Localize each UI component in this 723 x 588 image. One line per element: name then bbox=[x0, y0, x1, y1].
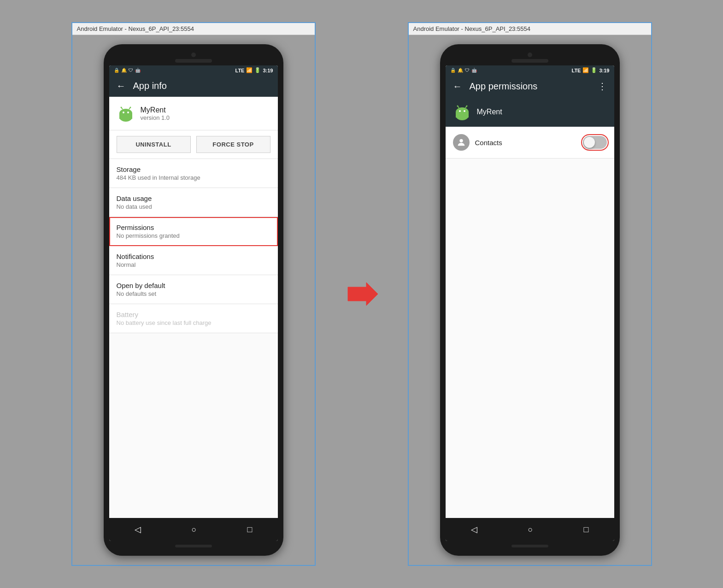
status-icons-right: LTE 📶 🔋 3:19 bbox=[235, 67, 273, 73]
battery-icon-right: 🔋 bbox=[591, 67, 597, 73]
left-window: Android Emulator - Nexus_6P_API_23:5554 … bbox=[71, 22, 316, 566]
svg-point-14 bbox=[464, 110, 465, 112]
notifications-subtitle: Normal bbox=[117, 261, 270, 268]
right-phone-top bbox=[446, 53, 614, 63]
permissions-title: Permissions bbox=[117, 223, 270, 231]
right-window-title: Android Emulator - Nexus_6P_API_23:5554 bbox=[409, 23, 651, 35]
contacts-toggle[interactable] bbox=[583, 136, 607, 149]
status-icons-left: 🔒 🔔 🛡 🤖 bbox=[114, 68, 141, 73]
android-icon-status-right: 🤖 bbox=[471, 68, 477, 73]
back-nav-right[interactable]: ◁ bbox=[471, 524, 477, 535]
force-stop-button[interactable]: FORCE STOP bbox=[196, 136, 270, 153]
data-usage-row[interactable]: Data usage No data used bbox=[109, 188, 278, 217]
toggle-knob bbox=[584, 137, 595, 148]
app-name-left: MyRent bbox=[141, 106, 170, 114]
app-bar-right: ← App permissions ⋮ bbox=[446, 75, 614, 97]
open-by-default-title: Open by default bbox=[117, 282, 270, 289]
lte-label-right: LTE bbox=[572, 68, 581, 73]
time-display-right: 3:19 bbox=[599, 68, 609, 73]
screen-content-left: MyRent version 1.0 UNINSTALL FORCE STOP … bbox=[109, 97, 278, 518]
open-by-default-row[interactable]: Open by default No defaults set bbox=[109, 275, 278, 304]
permission-app-header: MyRent bbox=[446, 97, 614, 127]
time-display: 3:19 bbox=[263, 68, 273, 73]
person-icon bbox=[456, 137, 466, 147]
bottom-bar-right bbox=[511, 545, 548, 547]
front-camera-right bbox=[528, 53, 532, 57]
app-info-text: MyRent version 1.0 bbox=[141, 106, 170, 121]
svg-point-7 bbox=[120, 107, 122, 108]
left-phone-screen: 🔒 🔔 🛡 🤖 LTE 📶 🔋 3:19 ← App inf bbox=[109, 65, 278, 541]
left-window-title: Android Emulator - Nexus_6P_API_23:5554 bbox=[72, 23, 315, 35]
left-phone-wrapper: 🔒 🔔 🛡 🤖 LTE 📶 🔋 3:19 ← App inf bbox=[72, 35, 315, 565]
status-bar-right: 🔒 🔔 🛡 🤖 LTE 📶 🔋 3:19 bbox=[446, 65, 614, 75]
battery-icon: 🔋 bbox=[254, 67, 261, 73]
battery-subtitle: No battery use since last full charge bbox=[117, 319, 270, 326]
data-usage-subtitle: No data used bbox=[117, 203, 270, 210]
back-button-right[interactable]: ← bbox=[453, 81, 462, 92]
home-nav-right[interactable]: ○ bbox=[528, 525, 533, 535]
app-bar-title-left: App info bbox=[133, 81, 270, 91]
svg-point-3 bbox=[123, 112, 124, 113]
arrow-container bbox=[343, 280, 380, 308]
app-icon-right bbox=[453, 103, 471, 121]
status-icons-right-right: LTE 📶 🔋 3:19 bbox=[572, 67, 610, 73]
earpiece-speaker-right bbox=[511, 59, 548, 63]
storage-title: Storage bbox=[117, 165, 270, 173]
app-bar-title-right: App permissions bbox=[470, 81, 590, 92]
vpn-icon-right: 🛡 bbox=[465, 68, 470, 73]
svg-point-8 bbox=[129, 107, 131, 108]
left-phone: 🔒 🔔 🛡 🤖 LTE 📶 🔋 3:19 ← App inf bbox=[104, 44, 283, 556]
action-buttons: UNINSTALL FORCE STOP bbox=[109, 130, 278, 159]
right-arrow bbox=[343, 280, 380, 308]
right-phone-wrapper: 🔒 🔔 🛡 🤖 LTE 📶 🔋 3:19 ← App per bbox=[409, 35, 651, 565]
notifications-title: Notifications bbox=[117, 253, 270, 260]
back-button-left[interactable]: ← bbox=[117, 81, 126, 91]
nav-bar-right: ◁ ○ □ bbox=[446, 518, 614, 541]
svg-point-18 bbox=[466, 106, 467, 107]
svg-point-12 bbox=[456, 107, 469, 117]
uninstall-button[interactable]: UNINSTALL bbox=[117, 136, 191, 153]
svg-marker-9 bbox=[348, 282, 378, 306]
contacts-label: Contacts bbox=[475, 139, 577, 147]
storage-row[interactable]: Storage 484 KB used in Internal storage bbox=[109, 159, 278, 188]
screen-content-right: MyRent Contacts bbox=[446, 97, 614, 518]
right-phone-screen: 🔒 🔔 🛡 🤖 LTE 📶 🔋 3:19 ← App per bbox=[446, 65, 614, 541]
nav-bar-left: ◁ ○ □ bbox=[109, 518, 278, 541]
permission-app-name: MyRent bbox=[477, 108, 502, 116]
recent-nav-left[interactable]: □ bbox=[247, 525, 253, 535]
notifications-row[interactable]: Notifications Normal bbox=[109, 246, 278, 275]
contacts-permission-item: Contacts bbox=[446, 127, 614, 159]
right-window: Android Emulator - Nexus_6P_API_23:5554 … bbox=[408, 22, 652, 566]
earpiece-speaker bbox=[175, 59, 212, 63]
left-phone-top bbox=[109, 53, 278, 63]
recent-nav-right[interactable]: □ bbox=[584, 525, 589, 535]
lock-icon: 🔒 bbox=[114, 68, 119, 73]
bottom-bar-left bbox=[175, 545, 212, 547]
back-nav-left[interactable]: ◁ bbox=[135, 524, 141, 535]
signal-icon: 📶 bbox=[246, 67, 253, 73]
status-bar-left: 🔒 🔔 🛡 🤖 LTE 📶 🔋 3:19 bbox=[109, 65, 278, 75]
more-options-button[interactable]: ⋮ bbox=[598, 81, 607, 92]
permissions-row[interactable]: Permissions No permissions granted bbox=[109, 217, 278, 246]
contacts-icon bbox=[453, 134, 470, 151]
storage-subtitle: 484 KB used in Internal storage bbox=[117, 174, 270, 181]
permissions-subtitle: No permissions granted bbox=[117, 232, 270, 239]
app-version-left: version 1.0 bbox=[141, 114, 170, 121]
battery-title: Battery bbox=[117, 311, 270, 318]
contacts-toggle-wrapper bbox=[583, 136, 607, 149]
right-phone-bottom bbox=[446, 545, 614, 547]
android-icon-status: 🤖 bbox=[135, 68, 141, 73]
svg-point-19 bbox=[459, 139, 463, 142]
vpn-icon: 🛡 bbox=[129, 68, 133, 73]
lte-label: LTE bbox=[235, 68, 245, 73]
battery-row: Battery No battery use since last full c… bbox=[109, 304, 278, 333]
app-bar-left: ← App info bbox=[109, 75, 278, 97]
right-phone: 🔒 🔔 🛡 🤖 LTE 📶 🔋 3:19 ← App per bbox=[440, 44, 620, 556]
svg-point-2 bbox=[119, 109, 132, 118]
home-nav-left[interactable]: ○ bbox=[192, 525, 197, 535]
status-icons-left-right: 🔒 🔔 🛡 🤖 bbox=[450, 68, 477, 73]
svg-point-17 bbox=[457, 106, 458, 107]
svg-point-13 bbox=[459, 110, 461, 112]
alarm-icon: 🔔 bbox=[121, 68, 127, 73]
open-by-default-subtitle: No defaults set bbox=[117, 290, 270, 297]
